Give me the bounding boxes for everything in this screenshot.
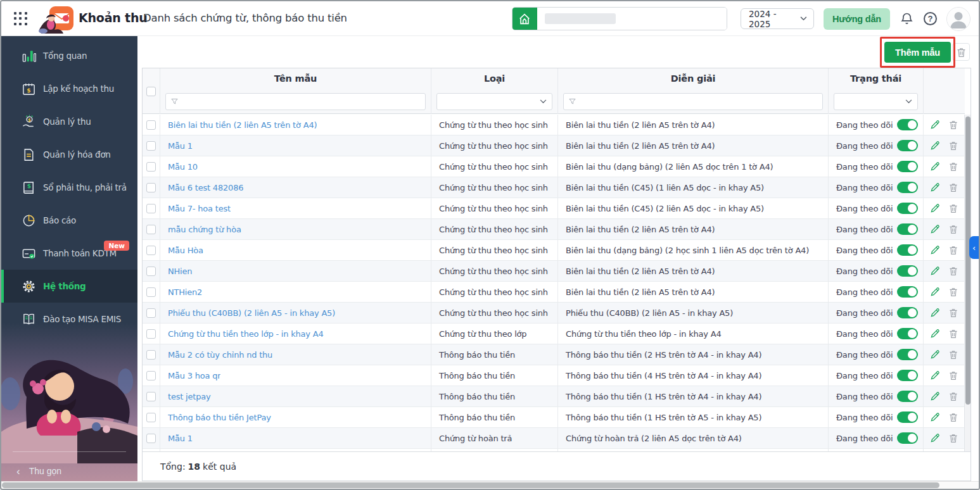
row-checkbox[interactable] <box>146 329 156 339</box>
edit-button[interactable] <box>930 391 940 401</box>
user-avatar[interactable] <box>946 7 970 31</box>
edit-button[interactable] <box>930 349 940 360</box>
delete-button[interactable] <box>948 182 958 192</box>
status-toggle[interactable] <box>897 328 918 339</box>
sidebar-item-quan-ly-thu[interactable]: $ Quản lý thu <box>1 105 137 138</box>
horizontal-scrollbar[interactable] <box>1 481 979 489</box>
delete-button[interactable] <box>948 245 958 255</box>
vertical-scrollbar-thumb[interactable] <box>965 116 970 405</box>
delete-button[interactable] <box>948 266 958 276</box>
status-toggle[interactable] <box>897 307 918 318</box>
description-filter-input[interactable] <box>563 93 823 110</box>
row-checkbox[interactable] <box>146 413 156 422</box>
school-search-input[interactable] <box>537 8 727 30</box>
status-toggle[interactable] <box>897 223 918 235</box>
status-toggle[interactable] <box>897 391 918 402</box>
sidebar-item-dao-tao-misa-emis[interactable]: Đào tạo MISA EMIS <box>1 303 137 336</box>
status-filter-select[interactable] <box>834 93 918 110</box>
notifications-button[interactable] <box>900 11 914 26</box>
edit-button[interactable] <box>930 370 940 380</box>
edit-button[interactable] <box>930 412 940 422</box>
delete-button[interactable] <box>948 161 958 172</box>
status-toggle[interactable] <box>897 119 918 130</box>
template-name-link[interactable]: mẫu chứng từ hòa <box>168 225 241 234</box>
delete-button[interactable] <box>948 120 958 130</box>
row-checkbox[interactable] <box>146 371 156 380</box>
template-name-link[interactable]: Mẫu 1 <box>168 434 193 443</box>
status-toggle[interactable] <box>897 370 918 381</box>
sidebar-item-quan-ly-hoa-don[interactable]: Quản lý hóa đơn <box>1 138 137 171</box>
delete-button[interactable] <box>948 287 958 297</box>
status-toggle[interactable] <box>897 140 918 151</box>
template-name-link[interactable]: Mẫu 1 <box>168 141 193 151</box>
template-name-link[interactable]: Mẫu Hòa <box>168 246 203 255</box>
template-name-link[interactable]: Mẫu 6 test 482086 <box>168 183 243 192</box>
sidebar-item-bao-cao[interactable]: Báo cáo <box>1 204 137 237</box>
template-name-link[interactable]: test jetpay <box>168 392 211 401</box>
edit-button[interactable] <box>930 329 940 339</box>
edit-button[interactable] <box>930 161 940 172</box>
row-checkbox[interactable] <box>146 434 156 443</box>
app-grid-menu-button[interactable] <box>14 12 28 26</box>
delete-button[interactable] <box>948 203 958 213</box>
edit-button[interactable] <box>930 308 940 318</box>
delete-button[interactable] <box>948 141 958 151</box>
row-checkbox[interactable] <box>146 392 156 401</box>
status-toggle[interactable] <box>897 432 918 444</box>
edit-button[interactable] <box>930 266 940 276</box>
delete-button[interactable] <box>948 370 958 380</box>
sidebar-item-so-phai-thu-phai-tra[interactable]: $ Sổ phải thu, phải trả <box>1 171 137 204</box>
template-name-link[interactable]: Mẫu 2 có tùy chỉnh nd thu <box>168 350 272 360</box>
school-year-select[interactable]: 2024 - 2025 <box>741 8 814 29</box>
row-checkbox[interactable] <box>146 141 156 151</box>
guide-button[interactable]: Hướng dẫn <box>824 8 890 30</box>
template-name-link[interactable]: NHien <box>168 267 192 276</box>
delete-button[interactable] <box>948 433 958 443</box>
row-checkbox[interactable] <box>146 287 156 297</box>
delete-button[interactable] <box>948 349 958 360</box>
select-all-checkbox[interactable] <box>146 87 156 96</box>
template-name-link[interactable]: Chứng từ thu tiền theo lớp - in khay A4 <box>168 329 324 339</box>
row-checkbox[interactable] <box>146 120 156 130</box>
template-name-link[interactable]: Biên lai thu tiền (2 liên A5 trên tờ A4) <box>168 120 317 130</box>
row-checkbox[interactable] <box>146 183 156 192</box>
panel-expander-tab[interactable]: ‹ <box>969 236 979 259</box>
delete-button[interactable] <box>948 391 958 401</box>
row-checkbox[interactable] <box>146 162 156 172</box>
add-template-button[interactable]: Thêm mẫu <box>884 42 951 63</box>
row-checkbox[interactable] <box>146 267 156 276</box>
edit-button[interactable] <box>930 224 940 234</box>
edit-button[interactable] <box>930 203 940 213</box>
status-toggle[interactable] <box>897 161 918 172</box>
template-name-link[interactable]: Mẫu 3 hoa qr <box>168 371 220 380</box>
edit-button[interactable] <box>930 141 940 151</box>
edit-button[interactable] <box>930 182 940 192</box>
row-checkbox[interactable] <box>146 350 156 360</box>
row-checkbox[interactable] <box>146 225 156 234</box>
template-name-link[interactable]: Phiếu thu (C40BB) (2 liên A5 - in khay A… <box>168 308 335 318</box>
home-button[interactable] <box>512 8 537 30</box>
sidebar-item-thanh-toan-kdtm[interactable]: Thanh toán KDTM New <box>1 237 137 270</box>
delete-button[interactable] <box>948 329 958 339</box>
horizontal-scrollbar-thumb[interactable] <box>2 482 939 488</box>
name-filter-input[interactable] <box>165 93 426 110</box>
edit-button[interactable] <box>930 287 940 297</box>
row-checkbox[interactable] <box>146 308 156 318</box>
status-toggle[interactable] <box>897 203 918 214</box>
status-toggle[interactable] <box>897 411 918 423</box>
row-checkbox[interactable] <box>146 204 156 213</box>
template-name-link[interactable]: Mẫu 10 <box>168 162 198 172</box>
status-toggle[interactable] <box>897 286 918 298</box>
template-name-link[interactable]: NTHien2 <box>168 287 202 297</box>
status-toggle[interactable] <box>897 349 918 360</box>
type-filter-select[interactable] <box>436 93 552 110</box>
edit-button[interactable] <box>930 245 940 255</box>
template-name-link[interactable]: Thông báo thu tiền JetPay <box>168 413 271 422</box>
edit-button[interactable] <box>930 433 940 443</box>
sidebar-item-tong-quan[interactable]: Tổng quan <box>1 39 137 72</box>
sidebar-item-lap-ke-hoach-thu[interactable]: $ Lập kế hoạch thu <box>1 72 137 105</box>
status-toggle[interactable] <box>897 265 918 277</box>
sidebar-item-he-thong[interactable]: Hệ thống <box>1 270 137 303</box>
template-name-link[interactable]: Mẫu 7- hoa test <box>168 204 231 213</box>
edit-button[interactable] <box>930 120 940 130</box>
